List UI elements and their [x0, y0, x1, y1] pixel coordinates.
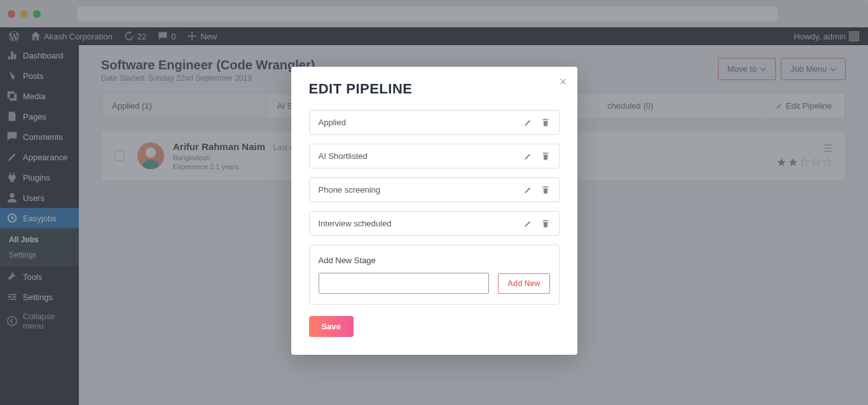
add-stage-section: Add New Stage Add New: [309, 245, 560, 305]
stage-label: Applied: [319, 118, 523, 127]
stage-label: Phone screening: [319, 185, 523, 195]
trash-icon[interactable]: [541, 186, 550, 195]
pencil-icon[interactable]: [523, 186, 532, 195]
modal-title: EDIT PIPELINE: [309, 81, 560, 97]
stage-row: Applied: [309, 110, 560, 135]
stage-row: AI Shortlisted: [309, 144, 560, 168]
stage-row: Phone screening: [309, 177, 560, 202]
modal-overlay[interactable]: × EDIT PIPELINE Applied AI Shortlisted P…: [0, 0, 868, 405]
modal-close-button[interactable]: ×: [560, 74, 567, 89]
add-stage-input[interactable]: [319, 273, 490, 294]
stage-row: Interview scheduled: [309, 211, 560, 236]
trash-icon[interactable]: [541, 118, 550, 127]
stage-label: Interview scheduled: [319, 219, 523, 228]
pencil-icon[interactable]: [523, 118, 532, 127]
edit-pipeline-modal: × EDIT PIPELINE Applied AI Shortlisted P…: [291, 67, 577, 355]
pencil-icon[interactable]: [523, 219, 532, 228]
pencil-icon[interactable]: [523, 152, 532, 161]
save-button[interactable]: Save: [309, 316, 354, 337]
stage-label: AI Shortlisted: [319, 151, 523, 161]
trash-icon[interactable]: [541, 152, 550, 161]
trash-icon[interactable]: [541, 219, 550, 228]
add-new-button[interactable]: Add New: [498, 273, 549, 294]
add-stage-label: Add New Stage: [319, 256, 550, 265]
